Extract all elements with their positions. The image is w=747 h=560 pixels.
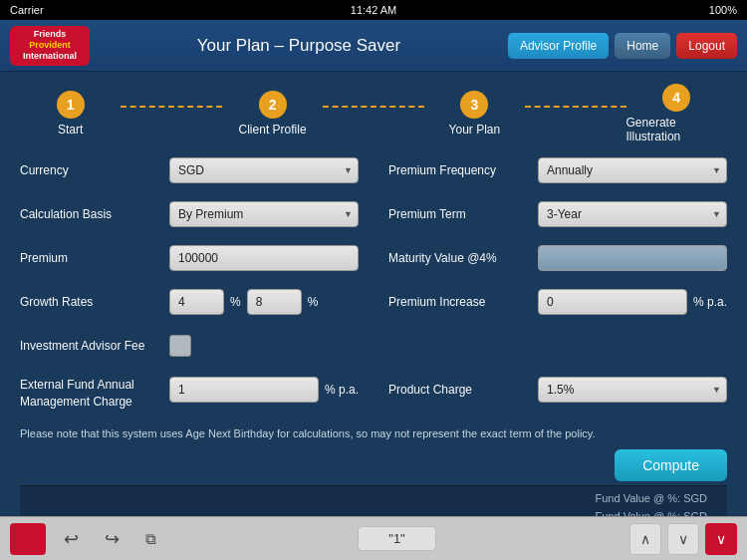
premium-increase-input[interactable] bbox=[538, 289, 687, 315]
premium-increase-label: Premium Increase bbox=[388, 295, 538, 309]
left-column: Currency SGD USD GBP EUR Calculation Bas… bbox=[20, 153, 359, 420]
bottom-right-buttons: ∧ ∨ ∨ bbox=[629, 523, 737, 555]
premium-row: Premium bbox=[20, 241, 359, 275]
currency-row: Currency SGD USD GBP EUR bbox=[20, 153, 359, 187]
calculation-basis-select[interactable]: By Premium By Maturity Value bbox=[169, 201, 359, 227]
growth-rates-inputs: % % bbox=[169, 289, 359, 315]
product-charge-wrapper: 1.5% 1.0% 0.5% 0% bbox=[538, 377, 727, 403]
step-1-label: Start bbox=[58, 123, 83, 137]
step-2[interactable]: 2 Client Profile bbox=[222, 91, 323, 137]
step-line-3 bbox=[525, 106, 625, 108]
nav-up-button[interactable]: ∧ bbox=[629, 523, 661, 555]
premium-frequency-wrapper: Annually Semi-Annually Quarterly Monthly bbox=[538, 157, 727, 183]
growth-rate-1-pct: % bbox=[230, 295, 241, 309]
app-container: Carrier 11:42 AM 100% Friends Provident … bbox=[0, 0, 747, 560]
main-grid: Currency SGD USD GBP EUR Calculation Bas… bbox=[0, 143, 747, 529]
step-4-circle: 4 bbox=[662, 84, 690, 112]
step-line-1 bbox=[121, 106, 221, 108]
steps-bar: 1 Start 2 Client Profile 3 Your Plan 4 G… bbox=[0, 72, 747, 143]
step-3[interactable]: 3 Your Plan bbox=[424, 91, 525, 137]
growth-rate-2-input[interactable] bbox=[247, 289, 302, 315]
nav-right-button[interactable]: ∨ bbox=[705, 523, 737, 555]
investment-advisor-fee-row: Investment Advisor Fee bbox=[20, 329, 359, 363]
external-fund-row: External Fund AnnualManagement Charge % … bbox=[20, 373, 359, 411]
premium-label: Premium bbox=[20, 251, 169, 265]
external-fund-input[interactable] bbox=[169, 377, 319, 403]
fund-value-line1: Fund Value @ %: SGD bbox=[40, 490, 707, 508]
premium-frequency-select[interactable]: Annually Semi-Annually Quarterly Monthly bbox=[538, 157, 727, 183]
calculation-basis-label: Calculation Basis bbox=[20, 207, 169, 221]
premium-increase-suffix: % p.a. bbox=[693, 295, 727, 309]
premium-frequency-row: Premium Frequency Annually Semi-Annually… bbox=[388, 153, 727, 187]
step-2-circle: 2 bbox=[259, 91, 287, 119]
maturity-value-input[interactable] bbox=[538, 245, 727, 271]
carrier-label: Carrier bbox=[10, 4, 44, 16]
bottom-left-buttons: ↩ ↪ ⧉ bbox=[10, 523, 164, 555]
calculation-basis-wrapper: By Premium By Maturity Value bbox=[169, 201, 359, 227]
product-charge-label: Product Charge bbox=[388, 383, 538, 397]
product-charge-row: Product Charge 1.5% 1.0% 0.5% 0% bbox=[388, 373, 727, 407]
premium-term-label: Premium Term bbox=[388, 207, 538, 221]
note-text: Please note that this system uses Age Ne… bbox=[20, 420, 727, 445]
premium-term-wrapper: 3-Year 5-Year 10-Year 15-Year 20-Year bbox=[538, 201, 727, 227]
growth-rate-2-pct: % bbox=[308, 295, 319, 309]
step-4-label: Generate Illustration bbox=[626, 116, 727, 143]
header: Friends Provident International Your Pla… bbox=[0, 20, 747, 72]
external-fund-label: External Fund AnnualManagement Charge bbox=[20, 377, 169, 411]
step-1-circle: 1 bbox=[57, 91, 85, 119]
content-area: Currency SGD USD GBP EUR Calculation Bas… bbox=[0, 143, 747, 560]
nav-down-button[interactable]: ∨ bbox=[667, 523, 699, 555]
growth-rate-1-input[interactable] bbox=[169, 289, 224, 315]
currency-select-wrapper: SGD USD GBP EUR bbox=[169, 157, 359, 183]
step-3-label: Your Plan bbox=[449, 123, 501, 137]
currency-select[interactable]: SGD USD GBP EUR bbox=[169, 157, 359, 183]
compute-button[interactable]: Compute bbox=[615, 449, 727, 481]
step-4[interactable]: 4 Generate Illustration bbox=[626, 84, 727, 143]
external-fund-input-row: % p.a. bbox=[169, 377, 359, 403]
logo-text: Friends Provident International bbox=[23, 29, 77, 61]
premium-increase-row: Premium Increase % p.a. bbox=[388, 285, 727, 319]
page-indicator: "1" bbox=[358, 526, 435, 551]
external-fund-suffix: % p.a. bbox=[325, 383, 359, 397]
copy-button[interactable]: ⧉ bbox=[137, 526, 164, 552]
calculation-basis-row: Calculation Basis By Premium By Maturity… bbox=[20, 197, 359, 231]
status-bar: Carrier 11:42 AM 100% bbox=[0, 0, 747, 20]
right-column: Premium Frequency Annually Semi-Annually… bbox=[388, 153, 727, 420]
premium-input-wrapper bbox=[169, 245, 359, 271]
investment-advisor-fee-checkbox-area bbox=[169, 335, 359, 357]
compute-row: Compute bbox=[20, 445, 727, 485]
home-button[interactable]: Home bbox=[615, 33, 670, 59]
logout-button[interactable]: Logout bbox=[676, 33, 737, 59]
maturity-value-input-wrapper bbox=[538, 245, 727, 271]
investment-advisor-fee-checkbox[interactable] bbox=[169, 335, 191, 357]
step-3-circle: 3 bbox=[460, 91, 488, 119]
premium-increase-input-row: % p.a. bbox=[538, 289, 727, 315]
header-buttons: Advisor Profile Home Logout bbox=[508, 33, 737, 59]
growth-rates-label: Growth Rates bbox=[20, 295, 169, 309]
logo: Friends Provident International bbox=[10, 26, 90, 66]
premium-term-row: Premium Term 3-Year 5-Year 10-Year 15-Ye… bbox=[388, 197, 727, 231]
product-charge-select[interactable]: 1.5% 1.0% 0.5% 0% bbox=[538, 377, 727, 403]
premium-frequency-label: Premium Frequency bbox=[388, 163, 538, 177]
battery-label: 100% bbox=[709, 4, 737, 16]
growth-rates-row: Growth Rates % % bbox=[20, 285, 359, 319]
maturity-value-label: Maturity Value @4% bbox=[388, 251, 538, 265]
step-line-2 bbox=[323, 106, 423, 108]
undo-button[interactable]: ↩ bbox=[56, 524, 87, 554]
premium-input[interactable] bbox=[169, 245, 359, 271]
premium-term-select[interactable]: 3-Year 5-Year 10-Year 15-Year 20-Year bbox=[538, 201, 727, 227]
bottom-bar: ↩ ↪ ⧉ "1" ∧ ∨ ∨ bbox=[0, 516, 747, 560]
steps-row: 1 Start 2 Client Profile 3 Your Plan 4 G… bbox=[20, 84, 727, 143]
currency-label: Currency bbox=[20, 163, 169, 177]
investment-advisor-fee-label: Investment Advisor Fee bbox=[20, 339, 169, 353]
red-left-button[interactable] bbox=[10, 523, 46, 555]
redo-button[interactable]: ↪ bbox=[97, 524, 127, 554]
advisor-profile-button[interactable]: Advisor Profile bbox=[508, 33, 609, 59]
step-2-label: Client Profile bbox=[239, 123, 307, 137]
step-1[interactable]: 1 Start bbox=[20, 91, 121, 137]
time-label: 11:42 AM bbox=[351, 4, 396, 16]
maturity-value-row: Maturity Value @4% bbox=[388, 241, 727, 275]
page-title: Your Plan – Purpose Saver bbox=[90, 36, 508, 56]
